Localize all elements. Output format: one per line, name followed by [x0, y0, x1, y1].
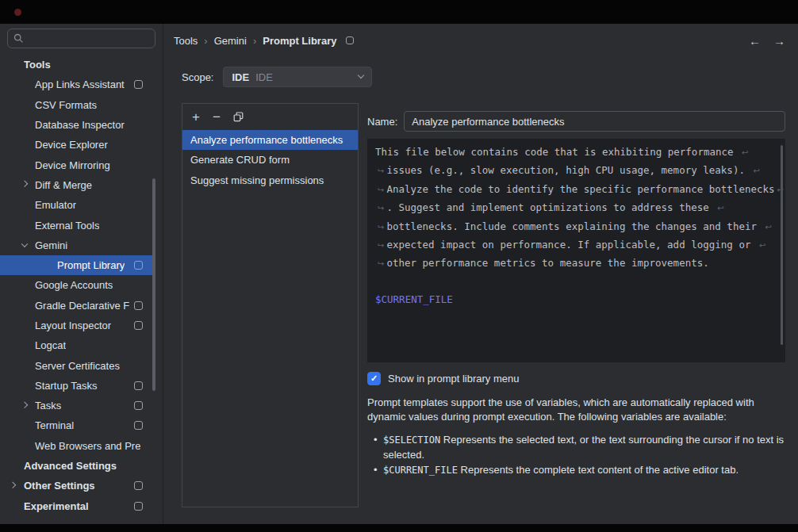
plugin-badge-icon [134, 80, 143, 89]
add-prompt-button[interactable]: + [192, 110, 200, 124]
editor-line: ↪Analyze the code to identify the specif… [375, 181, 779, 199]
sidebar-item-terminal[interactable]: Terminal [0, 415, 152, 435]
sidebar-item-emulator[interactable]: Emulator [0, 195, 152, 215]
editor-line-variable: $CURRENT_FILE [375, 291, 779, 308]
sidebar-item-label: Advanced Settings [24, 460, 117, 472]
breadcrumb-tools[interactable]: Tools [174, 35, 198, 47]
chevron-right-icon[interactable] [21, 401, 28, 408]
editor-line: ↪. Suggest and implement optimizations t… [375, 199, 779, 217]
scope-dropdown[interactable]: IDE IDE [223, 67, 372, 87]
plugin-badge-icon [134, 321, 143, 330]
chevron-down-icon[interactable] [21, 241, 28, 247]
sidebar-item-label: Web Browsers and Pre [35, 440, 140, 452]
sidebar-item-tasks[interactable]: Tasks [0, 396, 152, 415]
remove-prompt-button[interactable]: − [213, 110, 221, 124]
prompt-list-toolbar: + − [182, 104, 358, 130]
prompt-detail: Name: This file below contains code that… [367, 103, 785, 507]
editor-scrollbar[interactable] [781, 145, 783, 345]
prompt-item-generate-crud-form[interactable]: Generate CRUD form [182, 150, 358, 170]
prompt-item-suggest-missing-permissions[interactable]: Suggest missing permissions [182, 170, 358, 190]
sidebar-item-label: Logcat [35, 339, 66, 351]
soft-wrap-icon: ↪ [378, 166, 384, 175]
prompt-list-panel: + − Analyze performance bottlenecksGener… [182, 103, 359, 507]
search-input[interactable] [28, 32, 149, 45]
settings-search-field[interactable] [7, 29, 155, 48]
sidebar-item-label: Tools [24, 59, 51, 71]
sidebar-item-device-mirroring[interactable]: Device Mirroring [0, 155, 152, 174]
plugin-badge-icon [134, 502, 143, 511]
show-in-menu-row[interactable]: ✓ Show in prompt library menu [367, 372, 785, 385]
copy-icon [233, 112, 244, 122]
sidebar-item-server-certificates[interactable]: Server Certificates [0, 355, 152, 375]
soft-wrap-icon: ↩ [759, 241, 765, 250]
editor-line: ↪expected impact on performance. If appl… [375, 236, 779, 255]
plugin-badge-icon [134, 261, 143, 270]
sidebar-item-diff-merge[interactable]: Diff & Merge [0, 175, 152, 195]
chevron-down-icon [358, 72, 364, 78]
breadcrumb-separator: › [204, 35, 207, 47]
plugin-badge-icon [134, 381, 143, 390]
sidebar-item-other-settings[interactable]: Other Settings [0, 476, 152, 496]
plugin-badge-icon [134, 421, 143, 430]
show-in-menu-checkbox[interactable]: ✓ [367, 372, 381, 385]
sidebar-item-label: Device Explorer [35, 139, 108, 151]
sidebar-item-label: Gemini [35, 239, 67, 251]
sidebar-item-label: Google Accounts [35, 279, 113, 291]
sidebar-item-gemini[interactable]: Gemini [0, 235, 152, 255]
sidebar-item-web-browsers-and-pre[interactable]: Web Browsers and Pre [0, 436, 152, 456]
chevron-right-icon[interactable] [10, 481, 16, 488]
search-icon [13, 33, 24, 44]
variable-description: Represents the selected text, or the tex… [383, 434, 784, 461]
sidebar-item-tools[interactable]: Tools [0, 55, 152, 75]
breadcrumb-gemini[interactable]: Gemini [214, 35, 247, 47]
sidebar-item-layout-inspector[interactable]: Layout Inspector [0, 316, 152, 335]
variables-help-text: Prompt templates support the use of vari… [367, 396, 785, 423]
editor-line [375, 274, 779, 291]
sidebar-item-label: Gradle Declarative F [35, 300, 129, 312]
sidebar-item-logcat[interactable]: Logcat [0, 335, 152, 355]
back-button[interactable]: ← [749, 34, 761, 48]
sidebar-item-label: Terminal [35, 419, 74, 431]
sidebar-item-google-accounts[interactable]: Google Accounts [0, 275, 152, 295]
sidebar-scrollbar[interactable] [152, 178, 155, 391]
sidebar-item-startup-tasks[interactable]: Startup Tasks [0, 376, 152, 396]
sidebar-item-prompt-library[interactable]: Prompt Library [0, 255, 152, 275]
window-close-button[interactable] [14, 9, 21, 16]
variable-name: $CURRENT_FILE [383, 465, 458, 476]
editor-line: This file below contains code that is ex… [375, 144, 779, 162]
sidebar-item-external-tools[interactable]: External Tools [0, 215, 152, 235]
sidebar-item-label: Startup Tasks [35, 380, 98, 392]
prompt-item-analyze-performance-bottlenecks[interactable]: Analyze performance bottlenecks [182, 130, 358, 150]
settings-body: ToolsApp Links AssistantCSV FormatsDatab… [0, 24, 798, 524]
forward-button[interactable]: → [773, 34, 785, 48]
checkmark-icon: ✓ [370, 374, 378, 383]
sidebar-item-label: Database Inspector [35, 119, 125, 131]
sidebar-item-experimental[interactable]: Experimental [0, 496, 152, 516]
sidebar-item-device-explorer[interactable]: Device Explorer [0, 135, 152, 155]
soft-wrap-icon: ↪ [378, 223, 384, 232]
sidebar-item-label: Prompt Library [57, 259, 125, 271]
prompt-name-input[interactable] [404, 111, 785, 132]
sidebar-item-database-inspector[interactable]: Database Inspector [0, 115, 152, 135]
duplicate-prompt-button[interactable] [233, 112, 244, 122]
plugin-badge-icon [346, 36, 354, 44]
chevron-right-icon[interactable] [21, 181, 28, 187]
sidebar-item-gradle-declarative-f[interactable]: Gradle Declarative F [0, 296, 152, 316]
variable-description: Represents the complete text content of … [458, 464, 739, 476]
soft-wrap-icon: ↩ [765, 223, 772, 232]
sidebar-item-label: Layout Inspector [35, 320, 111, 331]
sidebar-item-advanced-settings[interactable]: Advanced Settings [0, 456, 152, 476]
soft-wrap-icon: ↪ [378, 186, 384, 194]
sidebar-item-csv-formats[interactable]: CSV Formats [0, 95, 152, 115]
editor-line: ↪issues (e.g., slow execution, high CPU … [375, 162, 779, 180]
sidebar-item-app-links-assistant[interactable]: App Links Assistant [0, 75, 152, 94]
history-navigation: ← → [749, 34, 785, 48]
sidebar-item-label: External Tools [35, 220, 99, 232]
soft-wrap-icon: ↪ [378, 204, 384, 212]
prompt-text-editor[interactable]: This file below contains code that is ex… [367, 139, 785, 362]
window-titlebar [0, 0, 798, 24]
sidebar-item-label: Emulator [35, 199, 76, 211]
variables-list: $SELECTION Represents the selected text,… [367, 433, 785, 480]
sidebar-item-label: CSV Formats [35, 99, 97, 111]
editor-content: This file below contains code that is ex… [375, 144, 779, 309]
